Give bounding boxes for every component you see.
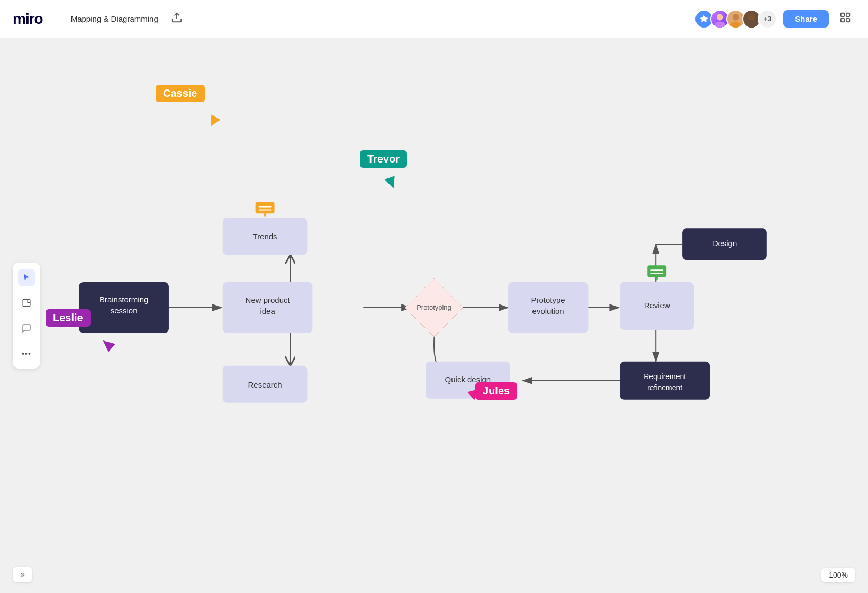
header-right: +3 Share	[694, 10, 855, 29]
comment-tool[interactable]	[18, 320, 35, 337]
sidebar-tools: •••	[13, 263, 40, 369]
miro-logo: miro	[13, 11, 43, 28]
svg-rect-9	[841, 18, 844, 21]
svg-text:Research: Research	[248, 380, 282, 389]
svg-point-3	[733, 14, 739, 20]
cursor-trevor: Trevor	[360, 150, 407, 168]
svg-point-2	[715, 21, 726, 28]
svg-text:evolution: evolution	[532, 307, 564, 316]
cursor-cassie: Cassie	[156, 85, 205, 102]
sticky-note-tool[interactable]	[18, 294, 35, 311]
svg-text:Prototype: Prototype	[531, 295, 565, 304]
svg-rect-10	[846, 18, 849, 21]
svg-text:Trends: Trends	[253, 232, 277, 241]
svg-point-4	[731, 21, 742, 28]
select-tool[interactable]	[18, 269, 35, 286]
svg-text:Design: Design	[712, 239, 737, 248]
svg-point-5	[748, 14, 755, 20]
canvas[interactable]: •••	[0, 38, 868, 593]
menu-button[interactable]	[835, 10, 855, 29]
svg-rect-8	[846, 13, 849, 16]
share-button[interactable]: Share	[783, 10, 829, 28]
avatar-group: +3	[694, 10, 777, 29]
svg-text:refinement: refinement	[647, 383, 682, 392]
avatar-count: +3	[758, 10, 777, 29]
svg-rect-28	[256, 202, 275, 213]
upload-button[interactable]	[167, 10, 187, 28]
svg-text:Requirement: Requirement	[644, 372, 686, 381]
svg-text:Prototyping: Prototyping	[417, 303, 451, 311]
svg-text:New product: New product	[246, 295, 291, 304]
svg-text:idea: idea	[260, 307, 275, 316]
header-divider	[62, 12, 62, 26]
cursor-leslie: Leslie	[46, 309, 91, 327]
header: miro Mapping & Diagramming	[0, 0, 868, 38]
svg-text:Review: Review	[644, 301, 670, 310]
svg-marker-29	[264, 213, 267, 218]
svg-text:session: session	[111, 306, 138, 315]
expand-button[interactable]: »	[13, 567, 32, 582]
svg-text:Brainstorming: Brainstorming	[100, 295, 148, 304]
svg-rect-44	[647, 265, 666, 277]
svg-rect-7	[841, 13, 844, 16]
svg-point-6	[747, 21, 757, 28]
zoom-indicator: 100%	[821, 568, 855, 582]
board-title: Mapping & Diagramming	[71, 14, 158, 23]
svg-point-1	[717, 14, 723, 20]
more-tools[interactable]: •••	[18, 345, 35, 362]
diagram-svg: Brainstorming session Trends New product…	[0, 38, 868, 593]
